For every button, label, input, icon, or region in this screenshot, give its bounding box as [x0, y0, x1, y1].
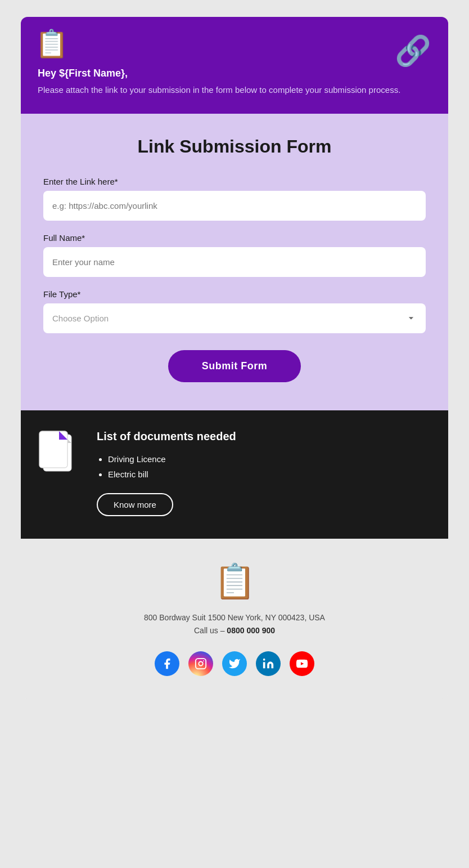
- svg-point-11: [263, 659, 265, 661]
- form-title: Link Submission Form: [43, 136, 426, 157]
- form-section: Link Submission Form Enter the Link here…: [21, 114, 448, 410]
- footer-logo-icon: 📋: [214, 561, 256, 601]
- footer-address: 800 Bordway Suit 1500 New York, NY 00042…: [144, 611, 325, 638]
- link-input[interactable]: [43, 191, 426, 221]
- twitter-icon[interactable]: [222, 651, 247, 676]
- name-input[interactable]: [43, 247, 426, 277]
- svg-rect-10: [263, 662, 265, 668]
- name-label: Full Name*: [43, 233, 426, 243]
- social-icons-row: [155, 651, 314, 676]
- docs-content: List of documents needed Driving Licence…: [97, 430, 431, 516]
- instagram-icon[interactable]: [188, 651, 213, 676]
- clipboard-icon: 📋: [35, 28, 69, 60]
- docs-list: Driving Licence Electric bill: [97, 451, 431, 482]
- know-more-button[interactable]: Know more: [97, 493, 173, 516]
- footer-section: 📋 800 Bordway Suit 1500 New York, NY 000…: [21, 539, 448, 699]
- chain-link-icon: 🔗: [395, 34, 431, 68]
- facebook-icon[interactable]: [155, 651, 179, 676]
- documents-section: List of documents needed Driving Licence…: [21, 410, 448, 539]
- svg-rect-8: [196, 659, 206, 669]
- submit-button[interactable]: Submit Form: [168, 350, 301, 382]
- greeting-text: Hey ${First Name},: [38, 68, 431, 79]
- link-group: Enter the Link here*: [43, 177, 426, 221]
- phone-line: Call us – 0800 000 900: [144, 624, 325, 638]
- file-type-label: File Type*: [43, 289, 426, 299]
- name-group: Full Name*: [43, 233, 426, 277]
- call-label: Call us –: [194, 626, 224, 635]
- link-label: Enter the Link here*: [43, 177, 426, 186]
- docs-title: List of documents needed: [97, 430, 431, 443]
- document-icon: [38, 430, 77, 475]
- address-text: 800 Bordway Suit 1500 New York, NY 00042…: [144, 611, 325, 625]
- youtube-icon[interactable]: [290, 651, 314, 676]
- doc-icon-wrapper: [38, 430, 83, 481]
- doc-item-2: Electric bill: [108, 467, 431, 482]
- header-text: Hey ${First Name}, Please attach the lin…: [38, 68, 431, 97]
- submit-wrapper: Submit Form: [43, 350, 426, 382]
- file-type-select[interactable]: Choose Option PDF Word Document Image Ot…: [43, 303, 426, 333]
- sub-text: Please attach the link to your submissio…: [38, 84, 431, 97]
- header-banner: 📋 🔗 Hey ${First Name}, Please attach the…: [21, 17, 448, 114]
- linkedin-icon[interactable]: [256, 651, 281, 676]
- doc-item-1: Driving Licence: [108, 451, 431, 467]
- file-type-group: File Type* Choose Option PDF Word Docume…: [43, 289, 426, 333]
- phone-number: 0800 000 900: [227, 626, 275, 635]
